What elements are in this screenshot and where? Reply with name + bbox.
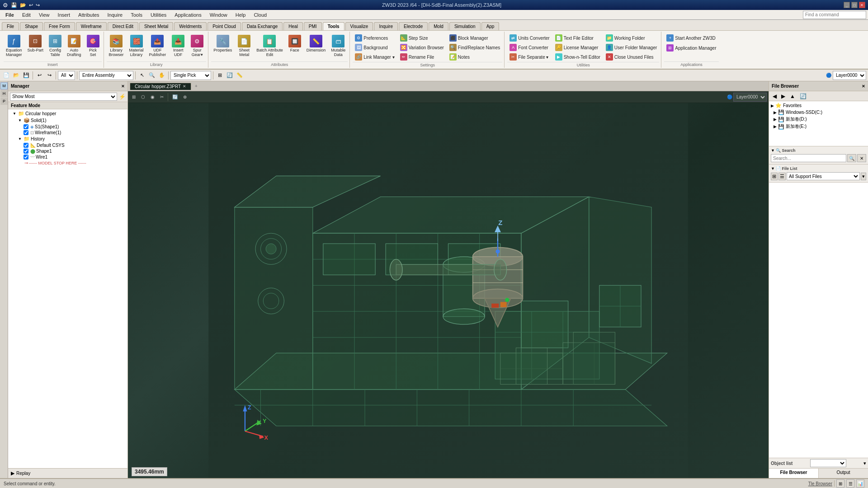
fb-refresh-btn[interactable]: 🔄	[798, 92, 808, 100]
search-expand-icon[interactable]: ▼	[771, 148, 775, 153]
menu-edit[interactable]: Edit	[19, 11, 34, 19]
panel-close-icon[interactable]: ✕	[121, 84, 125, 89]
file-list-expand-icon[interactable]: ▼	[771, 166, 775, 171]
variation-browser-btn[interactable]: 🔀 Variation Browser	[398, 43, 446, 52]
batch-attribute-btn[interactable]: 📋 Batch AttributeEdit	[254, 33, 285, 59]
library-browser-btn[interactable]: 📚 LibraryBrowser	[107, 33, 126, 59]
show-n-tell-btn[interactable]: ▶ Show-n-Tell Editor	[553, 52, 603, 61]
tb-measure[interactable]: 📏	[235, 71, 244, 80]
checkbox-wire1[interactable]	[24, 155, 28, 160]
tle-browser-label[interactable]: Tle Browser	[808, 481, 832, 486]
menu-file[interactable]: File	[2, 11, 18, 19]
tab-tools[interactable]: Tools	[323, 22, 344, 30]
menu-applications[interactable]: Applications	[171, 11, 205, 19]
redo-btn[interactable]: ↪	[36, 2, 40, 8]
search-input[interactable]	[771, 154, 846, 162]
menu-utilities[interactable]: Utilities	[147, 11, 170, 19]
config-table-btn[interactable]: ⊞ ConfigTable	[47, 33, 64, 59]
tb-zoom[interactable]: 🔍	[147, 71, 156, 80]
drive-d-item[interactable]: ▶ 💾 新加卷(D:)	[770, 116, 867, 123]
tab-simulation[interactable]: Simulation	[449, 22, 481, 30]
tab-free-form[interactable]: Free Form	[44, 22, 75, 30]
property-icon[interactable]: P	[0, 98, 8, 105]
menu-window[interactable]: Window	[206, 11, 231, 19]
tb-pan[interactable]: ✋	[157, 71, 166, 80]
tb-open[interactable]: 📂	[12, 71, 21, 80]
vp-tab-plus[interactable]: +	[192, 82, 201, 90]
menu-cloud[interactable]: Cloud	[250, 11, 270, 19]
fb-up-btn[interactable]: ▲	[788, 92, 797, 100]
vp-section[interactable]: ✂	[158, 94, 166, 100]
status-table-btn[interactable]: ☰	[846, 479, 854, 488]
link-manager-btn[interactable]: 🔗 Link Manager ▾	[353, 52, 396, 61]
fb-forward-btn[interactable]: ▶	[779, 92, 787, 100]
step-size-btn[interactable]: 📐 Step Size	[398, 33, 446, 42]
user-folder-btn[interactable]: 👤 User Folder Manager	[604, 43, 659, 52]
tab-point-cloud[interactable]: Point Cloud	[208, 22, 241, 30]
vp-zoom-all[interactable]: ⊕	[181, 94, 189, 100]
tree-item-shape1[interactable]: ◈ S1(Shape1)	[9, 124, 127, 130]
insert-udf-btn[interactable]: 📥 InsertUDF	[169, 33, 187, 59]
menu-attributes[interactable]: Attributes	[75, 11, 103, 19]
mutable-data-btn[interactable]: 🗃 MutableData	[329, 33, 348, 59]
tab-app[interactable]: App	[481, 22, 500, 30]
udf-publisher-btn[interactable]: 📤 UDFPublisher	[147, 33, 169, 59]
file-list-grid-icon[interactable]: ⊞	[771, 173, 778, 180]
toggle-solid[interactable]: ▼	[17, 118, 23, 123]
tab-sheet-metal[interactable]: Sheet Metal	[139, 22, 173, 30]
tree-item-circular-hopper[interactable]: ▼ 📁 Circular hopper	[9, 110, 127, 117]
tab-shape[interactable]: Shape	[20, 22, 43, 30]
toggle-history[interactable]: ▼	[17, 136, 23, 142]
tb-redo[interactable]: ↪	[45, 71, 54, 80]
command-search[interactable]	[803, 11, 866, 19]
search-go-btn[interactable]: 🔍	[847, 154, 856, 162]
tree-item-wire1[interactable]: 〰 Wire1	[9, 154, 127, 160]
file-filter-select[interactable]: All Support Files	[787, 172, 860, 180]
sheet-metal-btn[interactable]: 📄 SheetMetal	[235, 33, 253, 59]
filter-select[interactable]: All	[58, 71, 75, 80]
material-library-btn[interactable]: 🧱 MaterialLibrary	[127, 33, 146, 59]
tab-weldments[interactable]: Weldments	[174, 22, 207, 30]
file-separate-btn[interactable]: ✂ File Separate ▾	[507, 52, 552, 61]
maximize-btn[interactable]: □	[851, 2, 858, 8]
rename-file-btn[interactable]: ✏ Rename File	[398, 52, 446, 61]
vp-tab-circular-hopper[interactable]: Circular hopper.Z3PRT ✕	[130, 83, 191, 90]
license-manager-btn[interactable]: 🔑 License Manager	[553, 43, 603, 52]
tree-item-history[interactable]: ▼ 📁 History	[9, 136, 127, 142]
layer-selector[interactable]: 🔵 Layer0000	[826, 71, 866, 80]
vp-shade[interactable]: ◉	[148, 94, 157, 100]
status-grid-btn[interactable]: ⊞	[836, 479, 844, 488]
tb-save[interactable]: 💾	[22, 71, 31, 80]
tb-new[interactable]: 📄	[2, 71, 11, 80]
tab-file-browser[interactable]: File Browser	[769, 469, 819, 478]
menu-insert[interactable]: Insert	[54, 11, 74, 19]
units-converter-btn[interactable]: ⇄ Units Converter	[507, 33, 552, 42]
tab-visualize[interactable]: Visualize	[345, 22, 373, 30]
close-unused-btn[interactable]: ✕ Close Unused Files	[604, 52, 659, 61]
tab-direct-edit[interactable]: Direct Edit	[108, 22, 138, 30]
toggle-circular-hopper[interactable]: ▼	[12, 111, 17, 117]
drive-e-item[interactable]: ▶ 💾 新加卷(E:)	[770, 123, 867, 130]
history-icon[interactable]: H	[0, 90, 8, 97]
close-btn[interactable]: ✕	[859, 2, 865, 8]
undo-btn[interactable]: ↩	[29, 2, 33, 8]
menu-tools[interactable]: Tools	[127, 11, 146, 19]
text-file-editor-btn[interactable]: 📄 Text File Editor	[553, 33, 603, 42]
tb-rotate[interactable]: 🔄	[225, 71, 234, 80]
menu-view[interactable]: View	[35, 11, 53, 19]
manager-tab-icon[interactable]: M	[0, 82, 8, 89]
tab-electrode[interactable]: Electrode	[399, 22, 428, 30]
pick-select[interactable]: Single Pick	[170, 71, 211, 80]
tb-undo[interactable]: ↩	[35, 71, 44, 80]
file-list-detail-icon[interactable]: ☰	[778, 173, 786, 180]
object-list-dropdown[interactable]: ▾	[863, 460, 866, 466]
preferences-btn[interactable]: ⚙ Preferences	[353, 33, 396, 42]
spur-gear-btn[interactable]: ⚙ SpurGear▾	[188, 33, 206, 59]
scope-select[interactable]: Entire Assembly	[79, 71, 133, 80]
working-folder-btn[interactable]: 📁 Working Folder	[604, 33, 659, 42]
tree-item-shape1-hist[interactable]: ⬤ Shape1	[9, 148, 127, 154]
viewport-3d[interactable]: Z Y X Z 3495.46mm	[128, 103, 769, 478]
vp-rotate-icon[interactable]: 🔄	[170, 94, 180, 100]
properties-btn[interactable]: 🔧 Properties	[211, 33, 234, 54]
search-clear-btn[interactable]: ✕	[857, 154, 866, 162]
